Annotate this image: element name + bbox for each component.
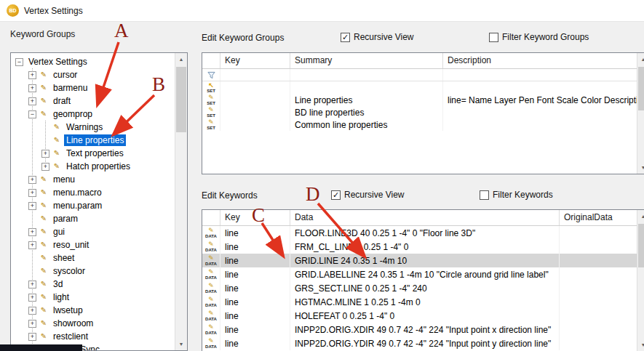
tree-item-label[interactable]: Hatch properties <box>64 161 132 172</box>
checkbox-box[interactable]: ✓ <box>341 33 350 42</box>
tree-item-label[interactable]: Text properties <box>64 148 126 159</box>
scroll-down-icon[interactable]: ▼ <box>637 339 644 351</box>
tree-item-hatch-properties[interactable]: +✎Hatch properties <box>11 160 175 173</box>
tree-item-label[interactable]: light <box>51 291 71 303</box>
table-row[interactable]: ✎DATAlineHGTMAC.MLINE 1 0.25 1 -4m 0 <box>202 295 637 309</box>
tree-item-label[interactable]: param <box>51 213 80 225</box>
scroll-down-icon[interactable]: ▼ <box>637 161 644 174</box>
table-row[interactable]: ✎SETLine propertiesline= Name Layer Pen … <box>202 94 637 106</box>
column-header-key[interactable]: Key <box>220 53 290 68</box>
scroll-up-icon[interactable]: ▲ <box>637 53 644 65</box>
scrollbar-thumb[interactable] <box>638 224 644 267</box>
expand-icon[interactable]: + <box>28 84 36 92</box>
column-header-key[interactable]: Key <box>220 210 290 225</box>
column-header-summary[interactable]: Summary <box>290 53 443 68</box>
tree-item-restclient[interactable]: +✎restclient <box>11 330 175 343</box>
table-row[interactable]: ✎DATAlineGRS_SECT.LINE 0 0.25 1 -4" 240 <box>202 281 637 295</box>
tree-item-param[interactable]: ✎param <box>11 212 175 225</box>
expand-icon[interactable]: + <box>28 281 36 289</box>
scroll-up-icon[interactable]: ▲ <box>637 210 644 222</box>
filter-keyword-groups-checkbox[interactable]: Filter Keyword Groups <box>489 32 589 42</box>
tree-item-menu-macro[interactable]: +✎menu.macro <box>11 186 175 199</box>
scroll-up-icon[interactable]: ▲ <box>175 53 187 65</box>
tree-item-draft[interactable]: +✎draft <box>11 94 175 108</box>
table-row[interactable] <box>202 69 637 81</box>
tree-item-label[interactable]: syscolor <box>51 265 87 277</box>
column-header-icon[interactable] <box>202 53 220 68</box>
tree-item-label[interactable]: Vertex Settings <box>26 56 90 68</box>
tree-item-label[interactable]: Warnings <box>64 121 105 133</box>
table-row[interactable]: ✎DATAlineGRID.LABELLINE 24 0.35 1 -4m 10… <box>202 267 637 281</box>
tree-item-menu[interactable]: +✎menu <box>11 173 175 186</box>
filter-keywords-checkbox[interactable]: Filter Keywords <box>480 190 553 200</box>
checkbox-box[interactable]: ✓ <box>331 190 341 200</box>
tree-item-reso-unit[interactable]: +✎reso_unit <box>11 238 175 251</box>
expand-icon[interactable]: + <box>28 71 36 79</box>
expand-icon[interactable]: + <box>41 150 49 158</box>
expand-icon[interactable]: + <box>28 333 36 341</box>
recursive-view-keywords-checkbox[interactable]: ✓ Recursive View <box>331 190 404 200</box>
expand-icon[interactable]: + <box>28 97 36 105</box>
table-row[interactable]: ✎DATAlineINPP2D.ORIG.YDIR 49 0.7 42 -4" … <box>202 336 637 350</box>
expand-icon[interactable]: + <box>28 241 36 249</box>
expand-icon[interactable]: + <box>28 228 36 236</box>
tree-item-text-properties[interactable]: +✎Text properties <box>11 147 175 160</box>
collapse-icon[interactable]: − <box>15 58 23 66</box>
expand-icon[interactable]: + <box>28 307 36 315</box>
tree-item-line-properties[interactable]: ✎Line properties <box>11 134 175 147</box>
tree-item-syscolor[interactable]: ✎syscolor <box>11 265 175 278</box>
column-header-description[interactable]: Description <box>443 53 637 68</box>
tree-item-label[interactable]: showroom <box>51 318 95 329</box>
checkbox-box[interactable] <box>480 190 489 200</box>
recursive-view-groups-checkbox[interactable]: ✓ Recursive View <box>341 32 413 42</box>
table-row[interactable]: ✎DATAlineFRM_CL_LINE 0 0.25 1 -4" 0 <box>202 240 637 254</box>
table-row[interactable]: ✎DATAlineHOLEFEAT 0 0.25 1 -4" 0 <box>202 309 637 323</box>
tree-item-3d[interactable]: +✎3d <box>11 278 175 291</box>
tree-item-label[interactable]: draft <box>51 95 73 107</box>
expand-icon[interactable]: + <box>28 202 36 210</box>
table-row[interactable]: ↖SET <box>202 81 637 94</box>
tree-item-label[interactable]: restclient <box>51 331 90 342</box>
expand-icon[interactable]: + <box>41 163 49 171</box>
column-header-originaldata[interactable]: OriginalData <box>560 210 637 225</box>
table-row[interactable]: ✎SETBD line properties <box>202 106 637 118</box>
column-header-data[interactable]: Data <box>290 210 560 225</box>
tree-item-menu-param[interactable]: +✎menu.param <box>11 199 175 212</box>
table-row[interactable]: ✎DATAlineGRID.LINE 24 0.35 1 -4m 10 <box>202 254 637 267</box>
table-row[interactable]: ✎DATAlineFLOOR.LINE3D 40 0.25 1 -4" 0 "F… <box>202 226 637 240</box>
tree-item-cursor[interactable]: +✎cursor <box>11 68 175 81</box>
tree-item-label[interactable]: menu.param <box>51 200 104 211</box>
keywords-table-scrollbar[interactable]: ▲ ▼ <box>637 210 644 351</box>
groups-table-scrollbar[interactable]: ▲ ▼ <box>637 53 644 174</box>
tree-item-sheet[interactable]: ✎sheet <box>11 251 175 265</box>
expand-icon[interactable]: + <box>28 320 36 328</box>
tree-item-label[interactable]: gui <box>51 226 67 238</box>
tree-item-lwsetup[interactable]: +✎lwsetup <box>11 304 175 317</box>
column-header-icon[interactable] <box>202 210 220 225</box>
expand-icon[interactable]: + <box>28 176 36 184</box>
expand-icon[interactable]: + <box>28 189 36 197</box>
tree-item-label[interactable]: cursor <box>51 69 79 81</box>
tree-item-label[interactable]: menu <box>51 174 77 185</box>
tree-item-label[interactable]: geomprop <box>51 108 95 120</box>
tree-item-geomprop[interactable]: −✎geomprop <box>11 108 175 121</box>
tree-item-label[interactable]: lwsetup <box>51 304 85 316</box>
tree-scrollbar[interactable]: ▲ ▼ <box>175 53 187 350</box>
tree-item-label[interactable]: menu.macro <box>51 187 104 198</box>
tree-item-label[interactable]: sheet <box>51 252 76 264</box>
tree-item-light[interactable]: +✎light <box>11 291 175 304</box>
tree-item-label[interactable]: barmenu <box>51 82 90 94</box>
tree-item-warnings[interactable]: ✎Warnings <box>11 121 175 134</box>
tree-item-barmenu[interactable]: +✎barmenu <box>11 81 175 94</box>
tree-item-showroom[interactable]: +✎showroom <box>11 317 175 330</box>
table-row[interactable]: ✎DATAlineINPP2D.ORIG.XDIR 49 0.7 42 -4" … <box>202 323 637 336</box>
tree-item-label[interactable]: Line properties <box>64 134 126 146</box>
tree-item-label[interactable]: reso_unit <box>51 239 91 251</box>
scrollbar-thumb[interactable] <box>176 67 186 132</box>
tree-item-vertex-settings[interactable]: −Vertex Settings <box>11 55 175 68</box>
tree-item-label[interactable]: 3d <box>51 278 65 290</box>
tree-item-gui[interactable]: +✎gui <box>11 225 175 238</box>
collapse-icon[interactable]: − <box>28 110 36 118</box>
checkbox-box[interactable] <box>489 33 498 42</box>
expand-icon[interactable]: + <box>28 294 36 302</box>
